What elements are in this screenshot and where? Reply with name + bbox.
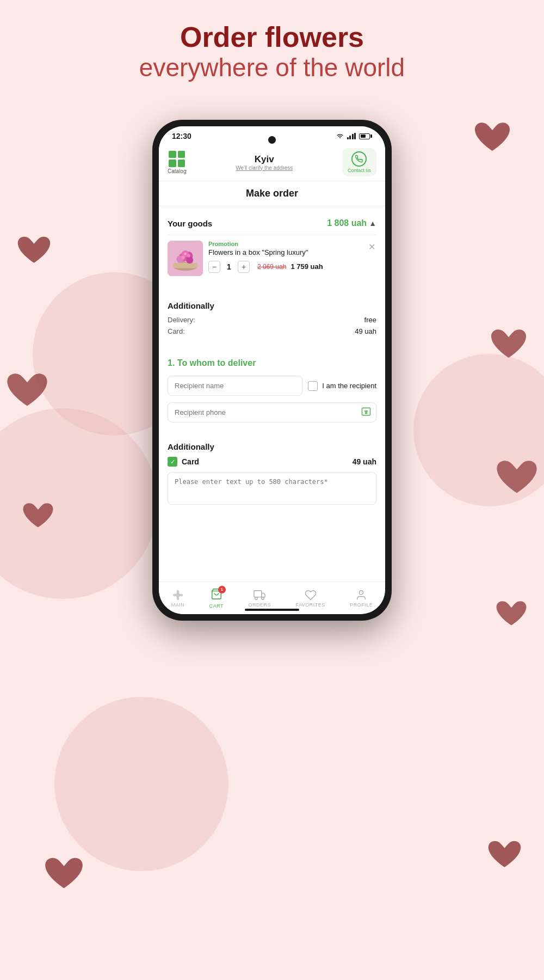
nav-favorites-label: FAVORITES — [295, 602, 325, 608]
svg-point-17 — [179, 593, 183, 596]
nav-profile-label: PROFILE — [350, 602, 373, 608]
nav-orders-label: ORDERS — [248, 602, 271, 608]
additionally-section: Additionally Delivery: free Card: 49 uah — [159, 293, 385, 346]
signal-bars-icon — [347, 133, 356, 139]
nav-item-favorites[interactable]: FAVORITES — [295, 589, 325, 608]
svg-rect-20 — [254, 590, 262, 597]
recipient-name-input[interactable] — [168, 376, 302, 396]
decrease-qty-button[interactable]: − — [208, 261, 220, 273]
svg-point-21 — [255, 597, 258, 599]
title-main: Order flowers — [0, 22, 544, 53]
card-label: Card: — [168, 327, 185, 335]
svg-point-12 — [366, 412, 367, 413]
i-am-recipient-label: I am the recipient — [322, 382, 376, 390]
card-section-title: Additionally — [168, 442, 376, 451]
flower-icon — [172, 589, 184, 601]
svg-point-16 — [173, 593, 177, 596]
nav-item-orders[interactable]: ORDERS — [248, 589, 271, 608]
city-name: Kyiv — [236, 154, 293, 165]
camera-notch — [268, 136, 276, 144]
svg-point-23 — [360, 590, 363, 594]
goods-price: 1 808 uah — [327, 218, 367, 228]
user-icon — [355, 589, 367, 601]
card-message-textarea[interactable] — [168, 472, 376, 505]
svg-point-9 — [187, 254, 190, 258]
delivery-row: Delivery: free — [168, 316, 376, 324]
cart-badge: 1 — [218, 586, 226, 593]
page-title: Make order — [246, 188, 298, 199]
svg-point-10 — [184, 253, 187, 255]
scroll-content[interactable]: Your goods 1 808 uah ▲ — [159, 206, 385, 607]
truck-icon — [254, 589, 265, 601]
title-area: Order flowers everywhere of the world — [0, 0, 544, 83]
contacts-icon[interactable] — [361, 407, 371, 419]
svg-point-18 — [176, 593, 180, 597]
recipient-name-row: I am the recipient — [168, 376, 376, 396]
product-name: Flowers in a box "Spring luxury" — [208, 248, 362, 258]
chevron-up-icon: ▲ — [369, 219, 376, 228]
wifi-icon — [336, 133, 344, 139]
nav-item-cart[interactable]: 1 CART — [209, 588, 224, 609]
card-header-row: ✓ Card 49 uah — [168, 457, 376, 467]
header-center: Kyiv We'll clarify the address — [236, 154, 293, 171]
contact-button[interactable]: Contact us — [342, 148, 376, 176]
city-subtitle: We'll clarify the address — [236, 165, 293, 171]
card-checkbox[interactable]: ✓ — [168, 457, 177, 467]
product-promo-label: Promotion — [208, 241, 362, 247]
card-option-price: 49 uah — [353, 457, 376, 466]
i-am-recipient-row[interactable]: I am the recipient — [308, 381, 376, 391]
svg-point-8 — [181, 256, 185, 260]
recipient-phone-input[interactable] — [168, 402, 376, 422]
status-icons — [336, 133, 373, 139]
card-row: Card: 49 uah — [168, 327, 376, 335]
svg-point-15 — [177, 596, 180, 599]
app-header: Catalog Kyiv We'll clarify the address C… — [159, 144, 385, 181]
increase-qty-button[interactable]: + — [238, 261, 250, 273]
svg-point-6 — [186, 256, 193, 264]
title-sub: everywhere of the world — [0, 53, 544, 83]
card-section: Additionally ✓ Card 49 uah — [159, 434, 385, 514]
cart-badge-wrapper: 1 — [211, 588, 222, 602]
svg-point-14 — [177, 590, 180, 593]
nav-main-label: MAIN — [171, 602, 185, 608]
heart-icon — [305, 589, 317, 601]
nav-item-main[interactable]: MAIN — [171, 589, 185, 608]
goods-title: Your goods — [168, 219, 212, 228]
remove-product-button[interactable]: ✕ — [367, 241, 376, 253]
phone-icon — [351, 151, 367, 167]
delivery-label: Delivery: — [168, 316, 195, 324]
additionally-title: Additionally — [168, 301, 376, 310]
product-new-price: 1 759 uah — [290, 262, 323, 271]
home-indicator — [245, 609, 299, 611]
catalog-label: Catalog — [168, 168, 186, 174]
contact-label: Contact us — [348, 168, 371, 173]
product-image — [168, 241, 203, 276]
battery-icon — [359, 133, 372, 139]
product-quantity: 1 — [225, 262, 233, 271]
page-title-bar: Make order — [159, 181, 385, 206]
nav-item-profile[interactable]: PROFILE — [350, 589, 373, 608]
svg-point-22 — [262, 597, 264, 599]
product-item: Promotion Flowers in a box "Spring luxur… — [168, 235, 376, 281]
card-value: 49 uah — [355, 327, 376, 335]
status-time: 12:30 — [172, 132, 191, 140]
status-bar: 12:30 — [159, 126, 385, 144]
delivery-value: free — [364, 316, 376, 324]
catalog-button[interactable]: Catalog — [168, 151, 186, 174]
nav-cart-label: CART — [209, 603, 224, 609]
goods-section: Your goods 1 808 uah ▲ — [159, 211, 385, 289]
phone-frame: 12:30 — [152, 120, 392, 893]
product-details: Promotion Flowers in a box "Spring luxur… — [208, 241, 362, 273]
recipient-phone-wrapper — [168, 402, 376, 422]
deliver-heading: 1. To whom to deliver — [168, 358, 376, 368]
product-old-price: 2 069 uah — [257, 263, 286, 271]
i-am-recipient-checkbox[interactable] — [308, 381, 318, 391]
deliver-section: 1. To whom to deliver I am the recipient — [159, 351, 385, 430]
card-option-label: Card — [182, 457, 199, 466]
svg-rect-2 — [173, 263, 198, 268]
